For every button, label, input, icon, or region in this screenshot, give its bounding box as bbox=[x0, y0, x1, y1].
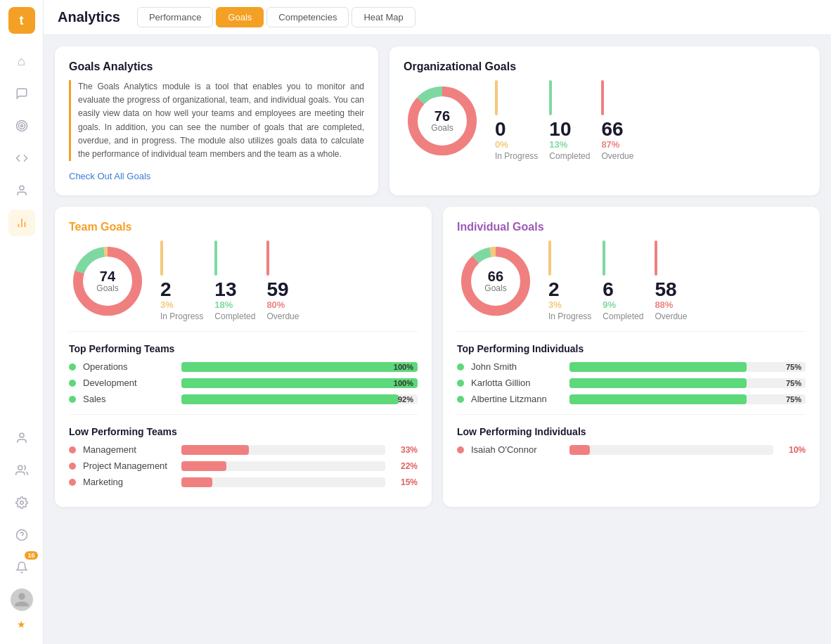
management-bar bbox=[181, 445, 249, 455]
marketing-pct: 15% bbox=[392, 477, 418, 487]
check-all-goals-link[interactable]: Check Out All Goals bbox=[69, 171, 364, 181]
tab-competencies[interactable]: Competencies bbox=[266, 7, 349, 27]
team-overdue-bar bbox=[266, 240, 269, 276]
albertine-pct: 75% bbox=[786, 395, 801, 404]
perf-row-isaiah: Isaiah O'Connor 10% bbox=[457, 444, 806, 455]
ind-overdue-percent: 88% bbox=[655, 300, 673, 310]
ind-overdue-label: Overdue bbox=[655, 311, 687, 321]
operations-name: Operations bbox=[83, 361, 174, 372]
bottom-row: Team Goals 74 Goals bbox=[55, 207, 820, 507]
project-management-name: Project Management bbox=[83, 461, 174, 471]
person-icon[interactable] bbox=[8, 177, 35, 204]
help-icon[interactable] bbox=[8, 522, 35, 548]
org-completed-label: Completed bbox=[549, 151, 590, 161]
svg-point-3 bbox=[20, 186, 24, 190]
home-icon[interactable]: ⌂ bbox=[8, 48, 35, 75]
app-logo[interactable]: t bbox=[8, 7, 35, 34]
org-goals-title: Organizational Goals bbox=[404, 60, 806, 73]
top-performing-teams: Top Performing Teams Operations 100% Dev… bbox=[69, 343, 418, 404]
team-overdue-value: 59 bbox=[266, 280, 288, 300]
org-total-label: Goals bbox=[431, 123, 453, 133]
settings-icon[interactable] bbox=[8, 489, 35, 516]
ind-completed-percent: 9% bbox=[603, 300, 616, 310]
svg-point-8 bbox=[18, 465, 22, 470]
sidebar: t ⌂ bbox=[0, 0, 44, 644]
notification-count: 16 bbox=[25, 551, 37, 560]
john-smith-dot bbox=[457, 363, 464, 371]
ind-in-progress-bar bbox=[548, 240, 551, 276]
low-teams-title: Low Performing Teams bbox=[69, 426, 418, 437]
main-area: Analytics Performance Goals Competencies… bbox=[44, 0, 831, 644]
team-total-number: 74 bbox=[96, 269, 118, 283]
john-smith-pct: 75% bbox=[786, 363, 801, 371]
isaiah-bar bbox=[569, 445, 590, 455]
team-overdue-label: Overdue bbox=[266, 311, 299, 321]
org-in-progress-percent: 0% bbox=[495, 139, 508, 150]
individual-total-label: Goals bbox=[484, 283, 506, 293]
john-smith-name: John Smith bbox=[471, 361, 562, 372]
team-donut: 74 Goals bbox=[69, 243, 146, 320]
individual-goals-card: Individual Goals 66 Goals bbox=[443, 207, 820, 507]
development-pct: 100% bbox=[394, 379, 413, 387]
ind-in-progress-value: 2 bbox=[548, 280, 560, 300]
team-stats-row: 74 Goals 2 3% In Progress bbox=[69, 240, 418, 321]
chat-icon[interactable] bbox=[8, 80, 35, 107]
albertine-name: Albertine Litzmann bbox=[471, 394, 562, 404]
org-in-progress-value: 0 bbox=[495, 120, 506, 139]
tab-performance[interactable]: Performance bbox=[137, 7, 213, 27]
project-management-dot bbox=[69, 463, 76, 470]
operations-bar-wrap: 100% bbox=[181, 362, 418, 372]
marketing-dot bbox=[69, 479, 76, 486]
team-stat-items: 2 3% In Progress 13 18% Completed bbox=[160, 240, 299, 321]
sales-dot bbox=[69, 396, 76, 403]
avatar[interactable] bbox=[8, 586, 35, 613]
sales-pct: 92% bbox=[398, 395, 413, 404]
notification-bell[interactable]: 16 bbox=[8, 554, 35, 581]
sales-bar bbox=[181, 394, 399, 404]
top-performing-individuals: Top Performing Individuals John Smith 75… bbox=[457, 343, 806, 404]
perf-row-marketing: Marketing 15% bbox=[69, 477, 418, 487]
ind-in-progress-percent: 3% bbox=[548, 300, 562, 310]
management-name: Management bbox=[83, 444, 174, 455]
perf-row-john-smith: John Smith 75% bbox=[457, 361, 806, 372]
perf-row-sales: Sales 92% bbox=[69, 394, 418, 404]
management-pct: 33% bbox=[392, 445, 418, 455]
operations-bar bbox=[181, 362, 418, 372]
marketing-name: Marketing bbox=[83, 477, 174, 487]
individual-stats-row: 66 Goals 2 3% In Progress bbox=[457, 240, 806, 321]
svg-point-7 bbox=[20, 433, 24, 437]
team-completed-value: 13 bbox=[214, 280, 236, 300]
marketing-bar-wrap bbox=[181, 477, 385, 487]
karlotta-bar-wrap: 75% bbox=[569, 378, 806, 388]
perf-row-project-management: Project Management 22% bbox=[69, 461, 418, 471]
management-dot bbox=[69, 446, 76, 453]
chart-icon[interactable] bbox=[8, 210, 35, 236]
tab-bar: Performance Goals Competencies Heat Map bbox=[137, 7, 416, 27]
profile2-icon[interactable] bbox=[8, 425, 35, 451]
completed-bar bbox=[549, 80, 552, 115]
ind-overdue-value: 58 bbox=[655, 280, 676, 300]
isaiah-pct: 10% bbox=[780, 445, 806, 455]
ind-overdue-bar bbox=[655, 240, 657, 276]
ind-in-progress-label: In Progress bbox=[548, 311, 591, 321]
individual-overdue: 58 88% Overdue bbox=[655, 240, 687, 321]
code-icon[interactable] bbox=[8, 145, 35, 172]
tab-goals[interactable]: Goals bbox=[216, 7, 264, 27]
albertine-bar-wrap: 75% bbox=[569, 394, 806, 404]
org-donut-center: 76 Goals bbox=[431, 109, 453, 133]
sales-name: Sales bbox=[83, 394, 174, 404]
ind-completed-value: 6 bbox=[603, 280, 614, 300]
management-bar-wrap bbox=[181, 445, 385, 455]
star-icon: ★ bbox=[17, 619, 26, 630]
sidebar-nav: ⌂ bbox=[8, 48, 35, 425]
goals-intro-description: The Goals Analytics module is a tool tha… bbox=[69, 80, 364, 161]
team2-icon[interactable] bbox=[8, 457, 35, 484]
ind-completed-bar bbox=[603, 240, 605, 276]
ind-completed-label: Completed bbox=[603, 311, 643, 321]
team-completed-label: Completed bbox=[214, 311, 255, 321]
tab-heatmap[interactable]: Heat Map bbox=[352, 7, 415, 27]
operations-pct: 100% bbox=[394, 363, 413, 371]
team-completed: 13 18% Completed bbox=[214, 240, 255, 321]
team-overdue: 59 80% Overdue bbox=[266, 240, 299, 321]
target-icon[interactable] bbox=[8, 112, 35, 139]
